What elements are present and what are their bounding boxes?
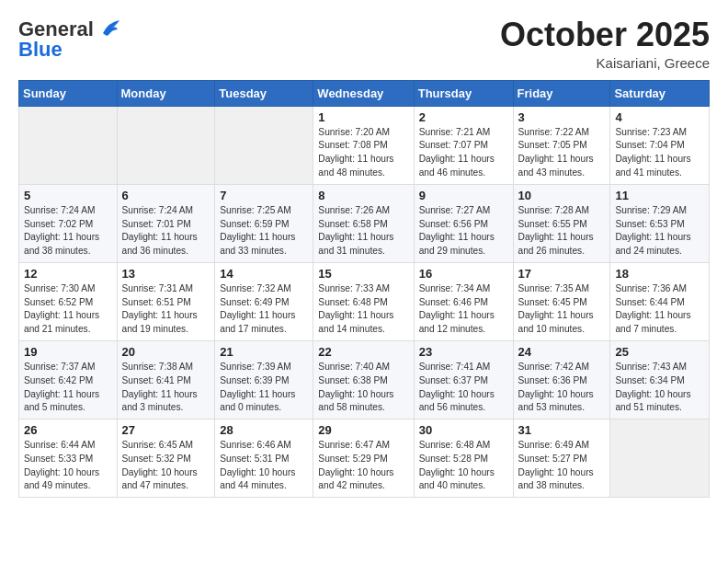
table-row: 2Sunrise: 7:21 AM Sunset: 7:07 PM Daylig… — [414, 106, 513, 184]
table-row: 9Sunrise: 7:27 AM Sunset: 6:56 PM Daylig… — [414, 184, 513, 262]
day-number: 29 — [318, 423, 408, 437]
calendar-header-row: Sunday Monday Tuesday Wednesday Thursday… — [19, 80, 710, 106]
day-info: Sunrise: 7:23 AM Sunset: 7:04 PM Dayligh… — [615, 126, 704, 180]
day-info: Sunrise: 7:38 AM Sunset: 6:41 PM Dayligh… — [122, 361, 210, 415]
table-row: 11Sunrise: 7:29 AM Sunset: 6:53 PM Dayli… — [610, 184, 710, 262]
day-info: Sunrise: 7:34 AM Sunset: 6:46 PM Dayligh… — [419, 282, 508, 337]
table-row: 20Sunrise: 7:38 AM Sunset: 6:41 PM Dayli… — [117, 340, 215, 419]
calendar-row: 1Sunrise: 7:20 AM Sunset: 7:08 PM Daylig… — [19, 106, 710, 184]
day-info: Sunrise: 6:47 AM Sunset: 5:29 PM Dayligh… — [318, 439, 408, 493]
day-info: Sunrise: 7:20 AM Sunset: 7:08 PM Dayligh… — [318, 126, 408, 180]
table-row — [19, 106, 118, 184]
month-title: October 2025 — [500, 17, 710, 53]
page: General Blue October 2025 Kaisariani, Gr… — [0, 0, 728, 563]
day-number: 1 — [318, 110, 408, 124]
day-info: Sunrise: 7:25 AM Sunset: 6:59 PM Dayligh… — [220, 204, 308, 259]
col-friday: Friday — [513, 80, 610, 106]
day-number: 13 — [122, 267, 210, 281]
day-info: Sunrise: 7:24 AM Sunset: 7:01 PM Dayligh… — [122, 204, 210, 259]
day-number: 2 — [419, 110, 508, 124]
day-info: Sunrise: 7:26 AM Sunset: 6:58 PM Dayligh… — [318, 204, 408, 259]
day-info: Sunrise: 7:24 AM Sunset: 7:02 PM Dayligh… — [24, 204, 112, 259]
day-number: 7 — [220, 189, 308, 202]
table-row: 29Sunrise: 6:47 AM Sunset: 5:29 PM Dayli… — [313, 419, 414, 498]
day-info: Sunrise: 7:35 AM Sunset: 6:45 PM Dayligh… — [518, 282, 606, 337]
day-number: 14 — [220, 267, 308, 281]
day-info: Sunrise: 6:44 AM Sunset: 5:33 PM Dayligh… — [24, 439, 112, 493]
logo-blue: Blue — [18, 39, 63, 61]
day-number: 5 — [24, 189, 112, 202]
col-monday: Monday — [117, 80, 215, 106]
day-info: Sunrise: 7:21 AM Sunset: 7:07 PM Dayligh… — [419, 126, 508, 180]
table-row: 6Sunrise: 7:24 AM Sunset: 7:01 PM Daylig… — [117, 184, 215, 262]
day-number: 21 — [220, 345, 308, 359]
day-number: 22 — [318, 345, 408, 359]
calendar-row: 5Sunrise: 7:24 AM Sunset: 7:02 PM Daylig… — [19, 184, 710, 262]
day-number: 8 — [318, 189, 408, 202]
table-row: 23Sunrise: 7:41 AM Sunset: 6:37 PM Dayli… — [414, 340, 513, 419]
table-row: 7Sunrise: 7:25 AM Sunset: 6:59 PM Daylig… — [215, 184, 313, 262]
day-info: Sunrise: 7:30 AM Sunset: 6:52 PM Dayligh… — [24, 282, 112, 337]
day-info: Sunrise: 7:22 AM Sunset: 7:05 PM Dayligh… — [518, 126, 606, 180]
col-saturday: Saturday — [610, 80, 710, 106]
day-info: Sunrise: 7:42 AM Sunset: 6:36 PM Dayligh… — [518, 361, 606, 415]
table-row — [215, 106, 313, 184]
day-number: 25 — [615, 345, 704, 359]
table-row: 21Sunrise: 7:39 AM Sunset: 6:39 PM Dayli… — [215, 340, 313, 419]
day-info: Sunrise: 7:33 AM Sunset: 6:48 PM Dayligh… — [318, 282, 408, 337]
table-row: 8Sunrise: 7:26 AM Sunset: 6:58 PM Daylig… — [313, 184, 414, 262]
table-row: 5Sunrise: 7:24 AM Sunset: 7:02 PM Daylig… — [19, 184, 118, 262]
day-number: 24 — [518, 345, 606, 359]
day-number: 12 — [24, 267, 112, 281]
table-row — [610, 419, 710, 498]
day-number: 6 — [122, 189, 210, 202]
day-number: 30 — [419, 423, 508, 437]
table-row: 4Sunrise: 7:23 AM Sunset: 7:04 PM Daylig… — [610, 106, 710, 184]
day-number: 19 — [24, 345, 112, 359]
table-row — [117, 106, 215, 184]
table-row: 14Sunrise: 7:32 AM Sunset: 6:49 PM Dayli… — [215, 262, 313, 340]
day-info: Sunrise: 6:46 AM Sunset: 5:31 PM Dayligh… — [220, 439, 308, 493]
table-row: 18Sunrise: 7:36 AM Sunset: 6:44 PM Dayli… — [610, 262, 710, 340]
table-row: 1Sunrise: 7:20 AM Sunset: 7:08 PM Daylig… — [313, 106, 414, 184]
day-number: 31 — [518, 423, 606, 437]
logo: General Blue — [18, 17, 121, 61]
day-number: 26 — [24, 423, 112, 437]
table-row: 30Sunrise: 6:48 AM Sunset: 5:28 PM Dayli… — [414, 419, 513, 498]
table-row: 12Sunrise: 7:30 AM Sunset: 6:52 PM Dayli… — [19, 262, 118, 340]
day-info: Sunrise: 7:40 AM Sunset: 6:38 PM Dayligh… — [318, 361, 408, 415]
table-row: 16Sunrise: 7:34 AM Sunset: 6:46 PM Dayli… — [414, 262, 513, 340]
title-block: October 2025 Kaisariani, Greece — [500, 17, 710, 71]
calendar-row: 19Sunrise: 7:37 AM Sunset: 6:42 PM Dayli… — [19, 340, 710, 419]
day-info: Sunrise: 6:48 AM Sunset: 5:28 PM Dayligh… — [419, 439, 508, 493]
calendar-table: Sunday Monday Tuesday Wednesday Thursday… — [18, 80, 710, 499]
day-number: 10 — [518, 189, 606, 202]
table-row: 24Sunrise: 7:42 AM Sunset: 6:36 PM Dayli… — [513, 340, 610, 419]
day-info: Sunrise: 7:36 AM Sunset: 6:44 PM Dayligh… — [615, 282, 704, 337]
day-number: 28 — [220, 423, 308, 437]
day-info: Sunrise: 7:27 AM Sunset: 6:56 PM Dayligh… — [419, 204, 508, 259]
table-row: 3Sunrise: 7:22 AM Sunset: 7:05 PM Daylig… — [513, 106, 610, 184]
day-info: Sunrise: 7:32 AM Sunset: 6:49 PM Dayligh… — [220, 282, 308, 337]
logo-bird-icon — [96, 17, 121, 42]
col-wednesday: Wednesday — [313, 80, 414, 106]
day-info: Sunrise: 7:41 AM Sunset: 6:37 PM Dayligh… — [419, 361, 508, 415]
calendar-row: 12Sunrise: 7:30 AM Sunset: 6:52 PM Dayli… — [19, 262, 710, 340]
day-number: 3 — [518, 110, 606, 124]
day-info: Sunrise: 7:37 AM Sunset: 6:42 PM Dayligh… — [24, 361, 112, 415]
col-tuesday: Tuesday — [215, 80, 313, 106]
location: Kaisariani, Greece — [500, 55, 710, 71]
day-number: 27 — [122, 423, 210, 437]
day-number: 17 — [518, 267, 606, 281]
day-info: Sunrise: 6:45 AM Sunset: 5:32 PM Dayligh… — [122, 439, 210, 493]
table-row: 28Sunrise: 6:46 AM Sunset: 5:31 PM Dayli… — [215, 419, 313, 498]
table-row: 10Sunrise: 7:28 AM Sunset: 6:55 PM Dayli… — [513, 184, 610, 262]
day-info: Sunrise: 7:28 AM Sunset: 6:55 PM Dayligh… — [518, 204, 606, 259]
table-row: 19Sunrise: 7:37 AM Sunset: 6:42 PM Dayli… — [19, 340, 118, 419]
day-info: Sunrise: 7:31 AM Sunset: 6:51 PM Dayligh… — [122, 282, 210, 337]
day-number: 15 — [318, 267, 408, 281]
day-info: Sunrise: 7:39 AM Sunset: 6:39 PM Dayligh… — [220, 361, 308, 415]
table-row: 25Sunrise: 7:43 AM Sunset: 6:34 PM Dayli… — [610, 340, 710, 419]
day-info: Sunrise: 7:29 AM Sunset: 6:53 PM Dayligh… — [615, 204, 704, 259]
day-number: 18 — [615, 267, 704, 281]
